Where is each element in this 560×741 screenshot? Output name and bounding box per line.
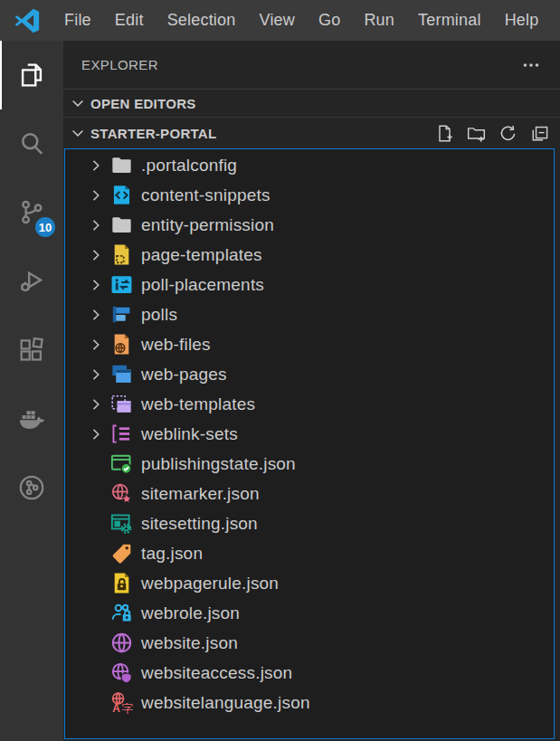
chevron-right-icon[interactable] bbox=[87, 215, 110, 235]
explorer-sidebar: EXPLORER OPEN EDITORS STARTER-PORTAL .po… bbox=[63, 41, 560, 741]
content-snippet-icon bbox=[110, 184, 133, 206]
activity-source-control[interactable]: 10 bbox=[0, 178, 63, 247]
tree-item-label: publishingstate.json bbox=[141, 454, 296, 474]
chevron-down-icon bbox=[70, 125, 86, 141]
tree-row-websitelanguage-json[interactable]: A字websitelanguage.json bbox=[65, 688, 554, 717]
tree-item-label: web-files bbox=[141, 335, 211, 355]
menu-go[interactable]: Go bbox=[307, 0, 352, 41]
tree-item-label: web-pages bbox=[141, 365, 227, 385]
chevron-right-icon[interactable] bbox=[87, 185, 110, 205]
chevron-right-icon[interactable] bbox=[87, 335, 110, 355]
activity-docker[interactable] bbox=[0, 385, 63, 453]
tree-item-label: polls bbox=[141, 305, 177, 325]
tree-row--portalconfig[interactable]: .portalconfig bbox=[65, 150, 554, 180]
menu-file[interactable]: File bbox=[52, 0, 103, 41]
web-role-icon bbox=[110, 602, 133, 624]
tree-row-sitesetting-json[interactable]: sitesetting.json bbox=[65, 508, 554, 538]
chevron-right-icon[interactable] bbox=[87, 305, 110, 325]
docker-icon bbox=[16, 404, 47, 434]
svg-text:A: A bbox=[112, 702, 120, 714]
menu-run[interactable]: Run bbox=[352, 0, 406, 41]
folder-icon bbox=[110, 214, 133, 236]
chevron-right-icon[interactable] bbox=[87, 275, 110, 295]
chevron-right-icon[interactable] bbox=[87, 365, 110, 385]
chevron-down-icon bbox=[70, 95, 86, 111]
explorer-pane-header: EXPLORER bbox=[63, 41, 560, 89]
section-starter-portal[interactable]: STARTER-PORTAL bbox=[63, 117, 560, 148]
activity-search[interactable] bbox=[0, 109, 63, 178]
refresh-icon[interactable] bbox=[498, 124, 517, 143]
tree-row-content-snippets[interactable]: content-snippets bbox=[65, 180, 554, 210]
tree-row-tag-json[interactable]: tag.json bbox=[65, 538, 554, 568]
new-file-icon[interactable] bbox=[435, 124, 454, 143]
twistie-spacer bbox=[87, 454, 110, 474]
menu-help[interactable]: Help bbox=[493, 0, 551, 41]
chevron-right-icon[interactable] bbox=[87, 424, 110, 444]
tree-row-weblink-sets[interactable]: weblink-sets bbox=[65, 419, 554, 449]
menu-selection[interactable]: Selection bbox=[156, 0, 248, 41]
tree-row-page-templates[interactable]: page-templates bbox=[65, 240, 554, 270]
tree-row-websiteaccess-json[interactable]: websiteaccess.json bbox=[65, 658, 554, 688]
twistie-spacer bbox=[87, 603, 110, 623]
new-folder-icon[interactable] bbox=[467, 124, 486, 143]
tree-row-web-templates[interactable]: web-templates bbox=[65, 389, 554, 419]
search-icon bbox=[16, 128, 47, 159]
twistie-spacer bbox=[87, 514, 110, 534]
tree-row-entity-permission[interactable]: entity-permission bbox=[65, 210, 554, 240]
tree-row-web-files[interactable]: web-files bbox=[65, 329, 554, 359]
tree-item-label: sitemarker.json bbox=[141, 484, 260, 504]
twistie-spacer bbox=[87, 544, 110, 564]
twistie-spacer bbox=[87, 633, 110, 653]
tree-item-label: page-templates bbox=[141, 245, 262, 265]
tree-row-webrole-json[interactable]: webrole.json bbox=[65, 598, 554, 628]
folder-icon bbox=[110, 154, 133, 176]
tree-row-poll-placements[interactable]: poll-placements bbox=[65, 270, 554, 299]
section-open-editors[interactable]: OPEN EDITORS bbox=[63, 89, 560, 117]
poll-placement-icon bbox=[110, 273, 133, 296]
files-icon bbox=[16, 60, 47, 90]
site-setting-icon bbox=[110, 512, 133, 535]
tree-item-label: tag.json bbox=[141, 544, 203, 564]
tree-item-label: poll-placements bbox=[141, 275, 264, 295]
tree-item-label: weblink-sets bbox=[141, 424, 238, 444]
debug-icon bbox=[16, 266, 47, 297]
tree-row-sitemarker-json[interactable]: sitemarker.json bbox=[65, 479, 554, 508]
activity-circle-branch[interactable] bbox=[0, 453, 63, 522]
twistie-spacer bbox=[87, 663, 110, 683]
activity-explorer[interactable] bbox=[0, 41, 63, 109]
activity-extensions[interactable] bbox=[0, 316, 63, 385]
menu-terminal[interactable]: Terminal bbox=[406, 0, 493, 41]
tree-row-webpagerule-json[interactable]: webpagerule.json bbox=[65, 568, 554, 598]
website-access-icon bbox=[110, 661, 133, 684]
chevron-right-icon[interactable] bbox=[87, 394, 110, 414]
weblink-set-icon bbox=[110, 423, 133, 445]
scm-changes-badge: 10 bbox=[35, 217, 55, 237]
tree-row-web-pages[interactable]: web-pages bbox=[65, 359, 554, 389]
tree-item-label: website.json bbox=[141, 633, 238, 653]
tree-item-label: web-templates bbox=[141, 394, 255, 414]
tree-row-polls[interactable]: polls bbox=[65, 299, 554, 329]
chevron-right-icon[interactable] bbox=[87, 245, 110, 265]
extensions-icon bbox=[16, 335, 47, 366]
collapse-all-icon[interactable] bbox=[530, 124, 549, 143]
file-tree[interactable]: .portalconfigcontent-snippetsentity-perm… bbox=[64, 148, 555, 739]
tree-row-website-json[interactable]: website.json bbox=[65, 628, 554, 658]
website-icon bbox=[110, 632, 133, 654]
menu-view[interactable]: View bbox=[248, 0, 308, 41]
section-label: OPEN EDITORS bbox=[90, 96, 196, 111]
menu-edit[interactable]: Edit bbox=[103, 0, 156, 41]
activity-run-debug[interactable] bbox=[0, 247, 63, 316]
section-actions bbox=[435, 124, 549, 143]
publishing-state-icon bbox=[110, 452, 133, 475]
more-actions-icon[interactable] bbox=[522, 56, 540, 74]
tree-item-label: websitelanguage.json bbox=[141, 693, 310, 713]
tree-item-label: content-snippets bbox=[141, 185, 271, 205]
activity-bar: 10 bbox=[0, 41, 63, 741]
tree-item-label: webpagerule.json bbox=[141, 574, 279, 594]
tree-item-label: websiteaccess.json bbox=[141, 663, 292, 683]
chevron-right-icon[interactable] bbox=[87, 156, 110, 176]
tree-item-label: entity-permission bbox=[141, 215, 274, 235]
tree-row-publishingstate-json[interactable]: publishingstate.json bbox=[65, 449, 554, 479]
web-pages-icon bbox=[110, 363, 133, 385]
twistie-spacer bbox=[87, 484, 110, 504]
